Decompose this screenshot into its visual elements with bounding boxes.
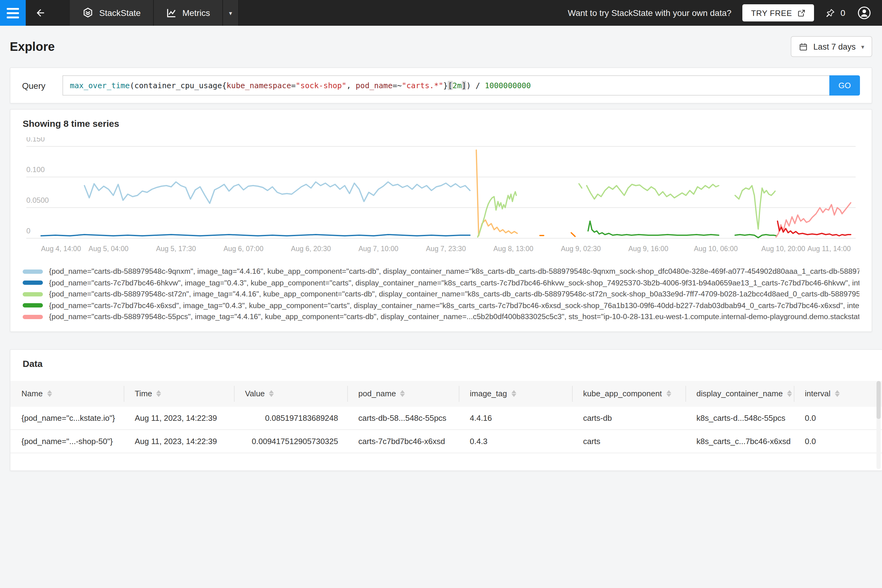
sort-arrows-icon[interactable] [835,390,840,397]
cell-display_container_name: k8s_carts_c...7bc46-x6xsd [686,430,794,452]
pin-icon [825,8,836,18]
cell-display_container_name: k8s_carts-d...548c-55pcs [686,406,794,429]
sort-arrows-icon[interactable] [269,390,274,397]
series-line [587,184,719,199]
x-axis-tick-label: Aug 6, 07:00 [224,245,263,253]
chevron-down-icon: ▾ [861,43,864,50]
series-line [735,235,777,238]
query-card: Query max_over_time(container_cpu_usage{… [10,68,872,104]
column-header-label: display_container_name [696,389,783,398]
hamburger-menu-button[interactable] [0,0,26,26]
table-body: {pod_name="c...kstate.io"}Aug 11, 2023, … [10,406,882,453]
legend-item[interactable]: {pod_name="carts-7c7bd7bc46-6hkvw", imag… [22,277,860,288]
legend-color-chip [22,315,43,319]
top-navbar: StackState Metrics ▾ Want to try StackSt… [0,0,882,26]
x-axis-tick-label: Aug 7, 10:00 [358,245,398,253]
sort-arrows-icon[interactable] [400,390,405,397]
tab-metrics-label: Metrics [182,8,210,18]
y-axis-tick-label: 0.100 [26,165,45,174]
x-axis-tick-label: Aug 5, 17:30 [156,245,196,253]
column-header-kube_app_component[interactable]: kube_app_component [572,381,686,406]
column-header-label: Name [21,389,43,398]
legend-item[interactable]: {pod_name="carts-db-588979548c-55pcs", i… [22,311,860,322]
pinned-items-button[interactable]: 0 [825,8,845,18]
time-range-selector[interactable]: Last 7 days ▾ [791,36,872,57]
cell-interval: 0.0 [794,430,878,452]
navbar-right: Want to try StackState with your own dat… [568,0,882,26]
column-header-name[interactable]: Name [10,381,124,406]
legend-label: {pod_name="carts-7c7bd7bc46-6hkvw", imag… [49,279,860,287]
back-arrow-icon [35,8,46,18]
series-line [778,221,851,236]
cell-value: 0.085197183689248 [234,406,347,429]
sort-arrows-icon[interactable] [47,390,52,397]
chevron-down-icon: ▾ [229,9,232,16]
chart-plot-area[interactable]: 0.1500.1000.05000Aug 4, 14:00Aug 5, 04:0… [22,137,861,257]
x-axis-tick-label: Aug 8, 13:00 [494,245,533,253]
cell-pod_name: carts-db-58...548c-55pcs [347,406,459,429]
x-axis-tick-label: Aug 10, 06:00 [694,245,738,253]
x-axis-tick-label: Aug 11, 14:00 [807,245,851,253]
external-link-icon [798,9,806,17]
table-row[interactable]: {pod_name="...-shop-50"}Aug 11, 2023, 14… [10,430,882,453]
legend-color-chip [22,281,43,285]
try-free-button[interactable]: TRY FREE [742,4,814,21]
column-header-label: Value [245,389,265,398]
tab-metrics[interactable]: Metrics [153,0,223,26]
column-header-time[interactable]: Time [124,381,234,406]
column-header-label: pod_name [358,389,396,398]
explore-page: Explore Last 7 days ▾ Query max_over_tim… [0,26,882,471]
timeseries-chart[interactable]: 0.1500.1000.05000Aug 4, 14:00Aug 5, 04:0… [22,137,860,260]
sort-arrows-icon[interactable] [156,390,161,397]
tab-stackstate[interactable]: StackState [70,0,153,26]
page-header: Explore Last 7 days ▾ [10,26,872,68]
series-line [588,221,719,235]
sort-arrows-icon[interactable] [511,390,516,397]
x-axis-tick-label: Aug 10, 20:00 [761,245,805,253]
cell-time: Aug 11, 2023, 14:22:39 [124,430,234,452]
column-header-label: kube_app_component [583,389,662,398]
column-header-image_tag[interactable]: image_tag [459,381,572,406]
chart-title: Showing 8 time series [22,118,860,129]
legend-item[interactable]: {pod_name="carts-db-588979548c-9qnxm", i… [22,266,860,277]
table-scrollbar-thumb[interactable] [876,381,881,418]
pin-count: 0 [840,8,845,18]
sort-arrows-icon[interactable] [787,390,792,397]
chart-legend: {pod_name="carts-db-588979548c-9qnxm", i… [22,266,860,322]
avatar-icon [857,6,872,20]
user-avatar-button[interactable] [856,5,872,21]
try-free-label: TRY FREE [751,8,792,18]
series-line [41,235,470,236]
go-button[interactable]: GO [830,75,860,96]
x-axis-tick-label: Aug 7, 23:30 [426,245,466,253]
column-header-label: interval [805,389,831,398]
column-header-interval[interactable]: interval [794,381,878,406]
sort-arrows-icon[interactable] [666,390,671,397]
legend-color-chip [22,292,43,297]
legend-label: {pod_name="carts-db-588979548c-9qnxm", i… [49,267,860,276]
y-axis-tick-label: 0.150 [26,137,45,143]
stackstate-logo-icon [82,7,94,19]
time-range-label: Last 7 days [813,42,856,51]
query-input[interactable]: max_over_time(container_cpu_usage{kube_n… [63,75,830,96]
column-header-value[interactable]: Value [234,381,347,406]
table-header-row: NameTimeValuepod_nameimage_tagkube_app_c… [10,381,882,406]
legend-item[interactable]: {pod_name="carts-db-588979548c-st72n", i… [22,288,860,300]
column-header-pod_name[interactable]: pod_name [347,381,459,406]
legend-color-chip [22,303,43,308]
table-scrollbar[interactable] [876,381,881,469]
legend-label: {pod_name="carts-7c7bd7bc46-x6xsd", imag… [49,302,860,310]
tab-options-caret[interactable]: ▾ [223,0,239,26]
legend-item[interactable]: {pod_name="carts-7c7bd7bc46-x6xsd", imag… [22,300,860,311]
x-axis-tick-label: Aug 4, 14:00 [41,245,81,253]
calendar-icon [799,42,808,51]
series-line [571,233,575,236]
table-row[interactable]: {pod_name="c...kstate.io"}Aug 11, 2023, … [10,406,882,430]
x-axis-tick-label: Aug 9, 16:00 [628,245,668,253]
cell-image_tag: 0.4.3 [459,430,572,452]
column-header-label: Time [135,389,152,398]
back-button[interactable] [26,0,55,26]
x-axis-tick-label: Aug 5, 04:00 [88,245,128,253]
legend-label: {pod_name="carts-db-588979548c-55pcs", i… [49,313,860,321]
column-header-display_container_name[interactable]: display_container_name [686,381,794,406]
